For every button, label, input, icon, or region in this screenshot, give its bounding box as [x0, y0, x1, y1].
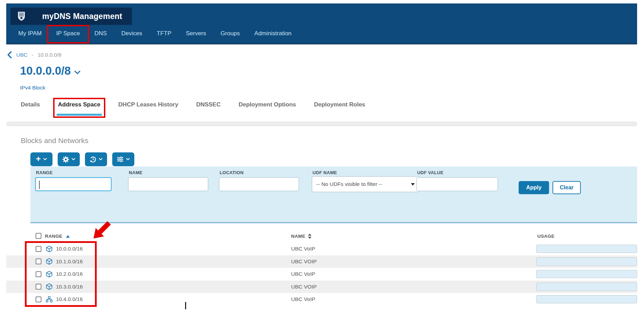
table-row[interactable]: 10.4.0.0/16 UBC VoIP — [6, 293, 637, 306]
nav-devices[interactable]: Devices — [114, 30, 149, 37]
breadcrumb-current: 10.0.0.0/8 — [38, 52, 61, 58]
chevron-down-icon — [126, 158, 130, 161]
tab-deployment-roles[interactable]: Deployment Roles — [314, 101, 365, 108]
usage-bar — [536, 270, 637, 278]
add-button[interactable]: + — [30, 152, 52, 166]
plus-icon: + — [36, 155, 41, 163]
logo-strip: myDNS Management — [10, 8, 132, 25]
udf-value-filter-input[interactable] — [416, 177, 498, 191]
clear-button[interactable]: Clear — [552, 181, 581, 194]
table-row[interactable]: 10.2.0.0/16 UBC VoIP — [6, 268, 637, 281]
back-chevron-icon[interactable] — [7, 51, 12, 58]
block-cube-icon — [46, 268, 52, 281]
section-title: Blocks and Networks — [21, 136, 88, 145]
name-value: UBC VoIP — [291, 243, 315, 255]
network-icon — [46, 293, 52, 306]
ubc-crest-icon — [17, 11, 26, 21]
range-value[interactable]: 10.0.0.0/16 — [56, 243, 83, 255]
block-cube-icon — [46, 243, 52, 255]
sort-ascending-icon — [66, 235, 70, 238]
page: myDNS Management My IPAM IP Space DNS De… — [0, 0, 644, 311]
udf-name-filter-label: UDF NAME — [313, 170, 337, 175]
nav-ip-space-label: IP Space — [56, 30, 80, 37]
range-value[interactable]: 10.1.0.0/16 — [56, 255, 83, 268]
usage-bar — [536, 295, 637, 303]
location-filter-label: LOCATION — [220, 170, 243, 175]
usage-bar — [536, 257, 637, 266]
page-subtitle: IPv4 Block — [20, 85, 45, 91]
tab-address-space-label: Address Space — [58, 101, 100, 108]
row-checkbox[interactable] — [36, 258, 41, 264]
table-body: 10.0.0.0/16 UBC VoIP 10.1.0.0/16 UBC VOI… — [6, 243, 637, 306]
tab-bar: Details Address Space DHCP Leases Histor… — [21, 101, 365, 108]
range-value[interactable]: 10.3.0.0/16 — [56, 281, 83, 293]
usage-bar — [536, 245, 637, 253]
chevron-down-icon — [99, 158, 103, 161]
apply-button[interactable]: Apply — [519, 181, 549, 194]
filter-panel: RANGE NAME LOCATION UDF NAME -- No UDFs … — [30, 167, 637, 223]
name-value: UBC VOIP — [291, 281, 317, 293]
nav-groups[interactable]: Groups — [213, 30, 247, 37]
tab-dnssec[interactable]: DNSSEC — [196, 101, 221, 108]
location-filter-input[interactable] — [219, 177, 299, 191]
breadcrumb-parent-link[interactable]: UBC — [16, 52, 28, 58]
chevron-down-icon — [43, 158, 47, 161]
range-filter-input[interactable] — [35, 177, 112, 191]
table-row[interactable]: 10.3.0.0/16 UBC VOIP — [6, 281, 637, 293]
block-cube-icon — [46, 281, 52, 293]
chevron-down-icon — [71, 158, 75, 161]
history-icon — [90, 156, 96, 163]
active-tab-underline — [57, 114, 102, 116]
name-filter-input[interactable] — [128, 177, 208, 191]
view-options-button[interactable] — [112, 152, 134, 166]
tab-deployment-options[interactable]: Deployment Options — [239, 101, 296, 108]
name-filter-label: NAME — [129, 170, 142, 175]
tab-dhcp-leases-history[interactable]: DHCP Leases History — [118, 101, 179, 108]
udf-value-filter-label: UDF VALUE — [417, 170, 443, 175]
name-value: UBC VoIP — [291, 268, 315, 281]
range-filter-label: RANGE — [36, 170, 52, 175]
udf-name-select[interactable]: -- No UDFs visible to filter -- — [312, 176, 420, 192]
page-title-row: 10.0.0.0/8 — [20, 64, 80, 77]
row-checkbox[interactable] — [36, 271, 41, 277]
select-caret-icon — [411, 183, 415, 186]
app-header: myDNS Management My IPAM IP Space DNS De… — [6, 3, 637, 44]
nav-my-ipam[interactable]: My IPAM — [11, 30, 49, 37]
column-header-usage: USAGE — [537, 234, 555, 239]
column-header-name[interactable]: NAME — [291, 234, 305, 239]
app-title: myDNS Management — [42, 12, 122, 21]
history-button[interactable] — [85, 152, 107, 166]
nav-tftp[interactable]: TFTP — [150, 30, 179, 37]
sort-both-icon — [308, 234, 311, 239]
row-checkbox[interactable] — [36, 246, 41, 252]
gear-icon — [63, 156, 69, 163]
name-value: UBC VoIP — [291, 293, 315, 306]
select-all-checkbox[interactable] — [36, 233, 41, 239]
table-header: RANGE NAME USAGE — [6, 231, 637, 243]
table-row[interactable]: 10.0.0.0/16 UBC VoIP — [6, 243, 637, 255]
udf-name-selected-value: -- No UDFs visible to filter -- — [316, 181, 382, 187]
nav-administration[interactable]: Administration — [247, 30, 299, 37]
usage-bar — [536, 283, 637, 291]
tab-address-space[interactable]: Address Space — [58, 101, 100, 108]
nav-servers[interactable]: Servers — [179, 30, 213, 37]
sliders-icon — [117, 156, 124, 162]
row-checkbox[interactable] — [36, 296, 41, 302]
text-cursor-mark — [185, 302, 186, 309]
nav-dns[interactable]: DNS — [87, 30, 114, 37]
range-value[interactable]: 10.2.0.0/16 — [56, 268, 83, 281]
settings-button[interactable] — [58, 152, 80, 166]
page-title: 10.0.0.0/8 — [20, 64, 71, 77]
table-row[interactable]: 10.1.0.0/16 UBC VOIP — [6, 255, 637, 268]
tab-details[interactable]: Details — [21, 101, 40, 108]
input-text-caret — [39, 181, 40, 189]
column-header-range[interactable]: RANGE — [45, 234, 63, 239]
block-cube-icon — [46, 255, 52, 268]
breadcrumb: UBC - 10.0.0.0/8 — [7, 51, 61, 58]
main-nav: My IPAM IP Space DNS Devices TFTP Server… — [6, 24, 299, 43]
tab-divider-band — [6, 122, 637, 126]
title-chevron-down-icon[interactable] — [74, 70, 80, 74]
range-value[interactable]: 10.4.0.0/16 — [56, 293, 83, 306]
nav-ip-space[interactable]: IP Space — [49, 30, 87, 37]
row-checkbox[interactable] — [36, 284, 41, 290]
